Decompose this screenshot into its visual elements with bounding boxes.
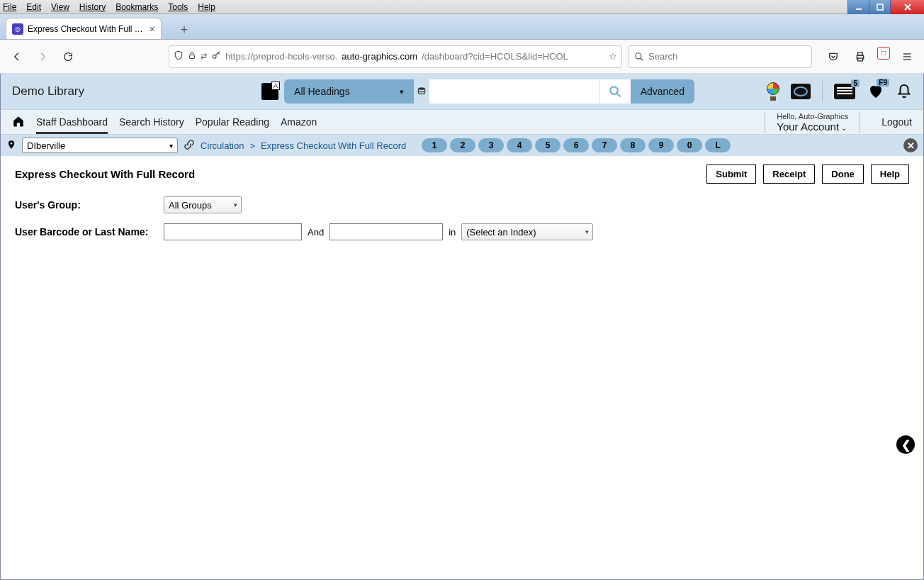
menu-file[interactable]: File [3, 2, 16, 12]
svg-point-15 [610, 87, 618, 94]
and-text: And [308, 227, 324, 238]
permissions-icon: ⇄ [201, 52, 207, 61]
new-tab-button[interactable]: + [174, 21, 194, 39]
done-button[interactable]: Done [822, 164, 864, 184]
maximize-button[interactable] [869, 0, 890, 14]
menu-edit[interactable]: Edit [26, 2, 41, 12]
page-title: Express Checkout With Full Record [15, 168, 195, 180]
svg-line-7 [641, 57, 643, 60]
url-text-pre: https://preprod-hcols-verso. [225, 51, 337, 62]
breadcrumb-1[interactable]: Circulation [201, 140, 244, 151]
nav-search-history[interactable]: Search History [119, 116, 184, 128]
barcode-label: User Barcode or Last Name: [15, 226, 164, 238]
tab-close-icon[interactable]: × [150, 23, 155, 35]
pill-7[interactable]: 7 [592, 138, 617, 152]
database-icon[interactable] [414, 79, 429, 104]
location-pin-icon [6, 140, 16, 152]
your-account-label: Your Account ⌄ [777, 121, 848, 133]
index-select[interactable]: (Select an Index) ▾ [461, 223, 593, 240]
account-block[interactable]: Hello, Auto-Graphics Your Account ⌄ [765, 112, 860, 133]
close-window-button[interactable] [890, 0, 924, 14]
svg-point-14 [418, 87, 424, 90]
browser-tab[interactable]: ◎ Express Checkout With Full Rec × [6, 18, 162, 39]
location-select[interactable]: DIberville ▾ [22, 138, 178, 153]
favorites-badge: F9 [877, 79, 889, 87]
submit-button[interactable]: Submit [706, 164, 756, 184]
card-icon-wrap[interactable]: 5 [834, 84, 855, 99]
forward-button[interactable] [33, 47, 52, 67]
browser-search[interactable]: Search [628, 45, 812, 68]
nav-popular-reading[interactable]: Popular Reading [196, 116, 269, 128]
balloon-icon[interactable] [767, 82, 779, 101]
location-row: DIberville ▾ Circulation > Express Check… [1, 135, 923, 156]
hamburger-menu-icon[interactable] [897, 47, 917, 67]
breadcrumb-2: Express Checkout With Full Record [261, 140, 406, 151]
close-panel-icon[interactable]: ✕ [903, 138, 918, 152]
main-nav: Staff Dashboard Search History Popular R… [1, 109, 923, 135]
extension-icon[interactable]: □ [877, 47, 890, 60]
svg-line-16 [616, 93, 620, 96]
search-scope-label: All Headings [294, 86, 350, 97]
tab-title: Express Checkout With Full Rec [28, 24, 145, 34]
app-header: Demo Library All Headings ▾ Advanced 5 F… [1, 74, 923, 109]
catalog-search-input[interactable] [429, 79, 599, 104]
pill-8[interactable]: 8 [620, 138, 646, 152]
expand-panel-button[interactable]: ❮ [896, 435, 915, 454]
menu-view[interactable]: View [51, 2, 69, 12]
pill-3[interactable]: 3 [478, 138, 504, 152]
logout-link[interactable]: Logout [872, 116, 912, 128]
number-pills: 1 2 3 4 5 6 7 8 9 0 L [422, 138, 731, 152]
favorites-icon[interactable]: F9 [867, 83, 885, 100]
group-label: User's Group: [15, 199, 164, 211]
group-value: All Groups [169, 200, 212, 211]
key-icon [211, 50, 221, 62]
pocket-icon[interactable] [823, 47, 843, 67]
search-scope-dropdown[interactable]: All Headings ▾ [284, 79, 414, 104]
breadcrumb-separator: > [249, 140, 255, 151]
nav-staff-dashboard[interactable]: Staff Dashboard [36, 116, 108, 134]
pill-9[interactable]: 9 [648, 138, 674, 152]
pill-l[interactable]: L [705, 138, 731, 152]
pill-6[interactable]: 6 [563, 138, 589, 152]
reload-button[interactable] [58, 47, 78, 67]
pill-4[interactable]: 4 [507, 138, 532, 152]
home-icon[interactable] [12, 115, 25, 130]
library-name: Demo Library [12, 84, 84, 99]
svg-point-5 [213, 55, 216, 58]
url-bar[interactable]: ⇄ https://preprod-hcols-verso.auto-graph… [169, 45, 622, 68]
minimize-button[interactable] [847, 0, 869, 14]
menu-history[interactable]: History [79, 2, 106, 12]
secondary-input[interactable] [329, 223, 443, 240]
print-icon[interactable] [850, 47, 870, 67]
chevron-down-icon: ▾ [169, 142, 173, 150]
chevron-down-icon: ▾ [234, 201, 237, 208]
lock-icon [188, 51, 196, 62]
advanced-search-link[interactable]: Advanced [631, 79, 694, 104]
browser-menubar: File Edit View History Bookmarks Tools H… [0, 0, 924, 14]
back-button[interactable] [7, 47, 27, 67]
receipt-button[interactable]: Receipt [763, 164, 815, 184]
barcode-input[interactable] [164, 223, 302, 240]
catalog-search-button[interactable] [599, 79, 631, 104]
window-controls [847, 0, 924, 14]
pill-0[interactable]: 0 [677, 138, 702, 152]
menu-help[interactable]: Help [198, 2, 215, 12]
nav-amazon[interactable]: Amazon [281, 116, 317, 128]
svg-rect-9 [858, 52, 863, 55]
menu-tools[interactable]: Tools [168, 2, 188, 12]
shield-icon [174, 50, 184, 62]
svg-rect-4 [190, 55, 195, 59]
tab-favicon: ◎ [12, 23, 23, 35]
pill-5[interactable]: 5 [535, 138, 560, 152]
language-icon[interactable] [261, 83, 278, 100]
menu-bookmarks[interactable]: Bookmarks [116, 2, 158, 12]
help-button[interactable]: Help [871, 164, 909, 184]
bell-icon[interactable] [896, 83, 912, 100]
group-select[interactable]: All Groups ▾ [164, 196, 242, 213]
bookmark-star-icon[interactable]: ☆ [609, 51, 617, 62]
card-badge: 5 [851, 79, 860, 87]
pill-1[interactable]: 1 [422, 138, 447, 152]
pill-2[interactable]: 2 [450, 138, 475, 152]
scan-icon[interactable] [791, 84, 811, 99]
browser-tabstrip: ◎ Express Checkout With Full Rec × + [0, 14, 924, 40]
